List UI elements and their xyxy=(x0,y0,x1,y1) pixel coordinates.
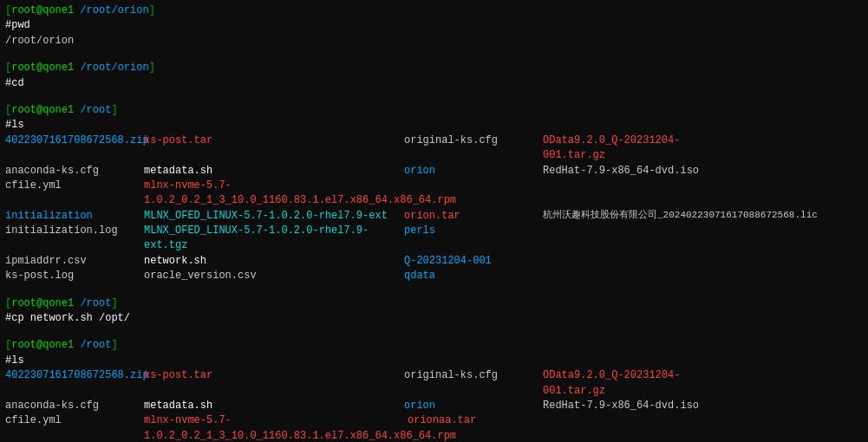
dir-orion: orion xyxy=(404,164,543,179)
dir-q: Q-20231204-001 xyxy=(404,254,543,269)
ls2-row-2: anaconda-ks.cfg metadata.sh orion RedHat… xyxy=(5,399,863,413)
file-targz-2: OData9.2.0_Q-20231204-001.tar.gz xyxy=(543,368,716,399)
prompt-1: [root@qone1 /root/orion] xyxy=(5,4,155,16)
cmd-4: #cp network.sh /opt/ xyxy=(5,312,130,324)
file-tar-1: ks-post.tar xyxy=(144,133,404,164)
file-initlog: initialization.log xyxy=(5,224,144,254)
prompt-5: [root@qone1 /root] xyxy=(5,339,118,351)
file-oraclecsv: oracle_version.csv xyxy=(144,269,404,283)
file-ofed-1: MLNX_OFED_LINUX-5.7-1.0.2.0-rhel7.9-ext xyxy=(144,209,404,224)
file-cfg-4: anaconda-ks.cfg xyxy=(5,399,144,413)
terminal: [root@qone1 /root/orion] #pwd /root/orio… xyxy=(0,0,868,442)
file-iso-1: RedHat-7.9-x86_64-dvd.iso xyxy=(543,164,716,179)
file-ofed-tgz: MLNX_OFED_LINUX-5.7-1.0.2.0-rhel7.9-ext.… xyxy=(144,224,404,254)
ls-row-2: anaconda-ks.cfg metadata.sh orion RedHat… xyxy=(5,164,863,179)
dir-qdata: qdata xyxy=(404,269,543,283)
file-orionaa: orionaa.tar xyxy=(408,413,476,442)
cmd-1: #pwd xyxy=(5,19,30,31)
file-zip-1: 4022307161708672568.zip xyxy=(5,133,144,164)
file-cfg-2: anaconda-ks.cfg xyxy=(5,164,144,179)
prompt-3: [root@qone1 /root] xyxy=(5,104,118,116)
ls-row-3: cfile.yml mlnx-nvme-5.7-1.0.2_0.2_1_3_10… xyxy=(5,179,863,209)
file-lic-1: 杭州沃趣科技股份有限公司_20240223071617088672568.lic xyxy=(543,209,818,224)
file-tar-orion: orion.tar xyxy=(404,209,543,224)
file-init: initialization xyxy=(5,209,144,224)
dir-perls: perls xyxy=(404,224,543,254)
block-5: [root@qone1 /root] #ls 40223071617086725… xyxy=(5,338,863,442)
ls2-row-1: 4022307161708672568.zip ks-post.tar orig… xyxy=(5,368,863,399)
ls-row-1: 4022307161708672568.zip ks-post.tar orig… xyxy=(5,133,863,164)
ls-row-6: ipmiaddrr.csv network.sh Q-20231204-001 xyxy=(5,254,863,269)
cmd-5: #ls xyxy=(5,354,24,367)
ls-row-4: initialization MLNX_OFED_LINUX-5.7-1.0.2… xyxy=(5,209,863,224)
cmd-3: #ls xyxy=(5,119,24,131)
file-iso-2: RedHat-7.9-x86_64-dvd.iso xyxy=(543,399,716,413)
ls-row-7: ks-post.log oracle_version.csv qdata xyxy=(5,269,863,283)
file-kspost: ks-post.log xyxy=(5,269,144,283)
prompt-2: [root@qone1 /root/orion] xyxy=(5,62,155,74)
file-yml-2: cfile.yml xyxy=(5,413,144,442)
file-csv-1: ipmiaddrr.csv xyxy=(5,254,144,269)
file-cfg-3: original-ks.cfg xyxy=(404,368,543,399)
file-sh-1: metadata.sh xyxy=(144,164,404,179)
file-networksh-1: network.sh xyxy=(144,254,404,269)
prompt-4: [root@qone1 /root] xyxy=(5,297,118,309)
file-rpm-2: mlnx-nvme-5.7-1.0.2_0.2_1_3_10.0_1160.83… xyxy=(144,413,404,442)
file-yml: cfile.yml xyxy=(5,179,144,209)
block-4: [root@qone1 /root] #cp network.sh /opt/ xyxy=(5,296,863,327)
ls-row-5: initialization.log MLNX_OFED_LINUX-5.7-1… xyxy=(5,224,863,254)
file-cfg-1: original-ks.cfg xyxy=(404,133,543,164)
block-2: [root@qone1 /root/orion] #cd xyxy=(5,61,863,91)
file-tar-2: ks-post.tar xyxy=(144,368,404,399)
block-3: [root@qone1 /root] #ls 40223071617086725… xyxy=(5,103,863,284)
ls2-row-3: cfile.yml mlnx-nvme-5.7-1.0.2_0.2_1_3_10… xyxy=(5,413,863,442)
block-1: [root@qone1 /root/orion] #pwd /root/orio… xyxy=(5,3,863,49)
file-rpm-1: mlnx-nvme-5.7-1.0.2_0.2_1_3_10.0_1160.83… xyxy=(144,179,404,209)
dir-orion-2: orion xyxy=(404,399,543,413)
file-zip-2: 4022307161708672568.zip xyxy=(5,368,144,399)
file-sh-2: metadata.sh xyxy=(144,399,404,413)
file-targz-1: OData9.2.0_Q-20231204-001.tar.gz xyxy=(543,133,716,164)
cmd-2: #cd xyxy=(5,77,24,89)
output-pwd: /root/orion xyxy=(5,35,74,47)
